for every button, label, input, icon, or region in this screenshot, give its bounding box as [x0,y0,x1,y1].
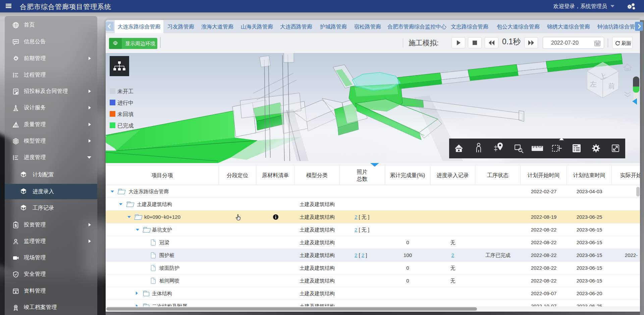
svg-text:前: 前 [608,82,615,90]
svg-text:左: 左 [590,81,597,88]
